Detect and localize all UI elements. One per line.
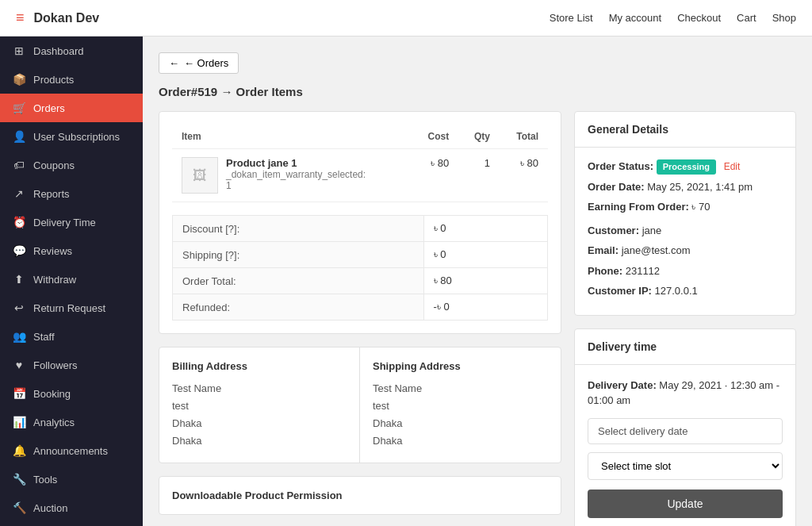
item-total: ৳ 80 bbox=[500, 149, 548, 202]
email-value: jane@test.com bbox=[622, 244, 691, 256]
right-panel: General Details Order Status: Processing… bbox=[574, 111, 796, 526]
booking-icon: 📅 bbox=[13, 387, 25, 400]
product-thumbnail: 🖼 bbox=[182, 157, 218, 194]
sidebar-item-tools[interactable]: 🔧 Tools bbox=[0, 465, 143, 493]
sidebar-item-reports[interactable]: ↗ Reports bbox=[0, 179, 143, 208]
billing-address-box: Billing Address Test Name test Dhaka Dha… bbox=[159, 347, 360, 463]
sidebar-item-support[interactable]: ⊕ Support (1) bbox=[0, 522, 143, 526]
general-details-header: General Details bbox=[575, 112, 795, 148]
sidebar-item-orders[interactable]: 🛒 Orders bbox=[0, 94, 143, 122]
sidebar-item-label: Withdraw bbox=[33, 274, 76, 286]
staff-icon: 👥 bbox=[13, 330, 25, 343]
edit-order-link[interactable]: Edit bbox=[724, 161, 741, 172]
back-to-orders-button[interactable]: ← ← Orders bbox=[159, 52, 239, 74]
customer-ip-row: Customer IP: 127.0.0.1 bbox=[588, 283, 783, 299]
order-status-row: Order Status: Processing Edit bbox=[588, 159, 783, 175]
coupons-icon: 🏷 bbox=[13, 159, 25, 171]
sidebar-item-coupons[interactable]: 🏷 Coupons bbox=[0, 151, 143, 179]
sidebar-item-return-request[interactable]: ↩ Return Request bbox=[0, 294, 143, 322]
left-column: Item Cost Qty Total bbox=[159, 111, 561, 526]
main-content: ← ← Orders Order#519 → Order Items Item … bbox=[143, 36, 812, 526]
top-nav-right: Store List My account Checkout Cart Shop bbox=[550, 12, 796, 24]
sidebar-item-auction[interactable]: 🔨 Auction bbox=[0, 493, 143, 522]
email-label: Email: bbox=[588, 244, 619, 256]
nav-shop[interactable]: Shop bbox=[772, 12, 796, 24]
nav-checkout[interactable]: Checkout bbox=[677, 12, 721, 24]
sidebar-item-staff[interactable]: 👥 Staff bbox=[0, 322, 143, 351]
delivery-date-field[interactable]: Select delivery date bbox=[588, 418, 783, 444]
customer-ip-value: 127.0.0.1 bbox=[655, 285, 698, 297]
order-date-row: Order Date: May 25, 2021, 1:41 pm bbox=[588, 179, 783, 195]
order-total-label: Order Total: bbox=[173, 268, 424, 294]
earning-row: Earning From Order: ৳ 70 bbox=[588, 199, 783, 215]
product-info: Product jane 1 _dokan_item_warranty_sele… bbox=[226, 157, 366, 191]
phone-row: Phone: 231112 bbox=[588, 263, 783, 279]
dashboard-icon: ⊞ bbox=[13, 44, 25, 57]
summary-total-row: Order Total: ৳ 80 bbox=[173, 268, 548, 294]
followers-icon: ♥ bbox=[13, 359, 25, 371]
customer-row: Customer: jane bbox=[588, 223, 783, 239]
time-slot-select[interactable]: Select time slot bbox=[588, 452, 783, 480]
sidebar-item-booking[interactable]: 📅 Booking bbox=[0, 379, 143, 408]
delivery-date-display-row: Delivery Date: May 29, 2021 · 12:30 am -… bbox=[588, 378, 783, 409]
orders-icon: 🛒 bbox=[13, 102, 25, 114]
summary-discount-row: Discount [?]: ৳ 0 bbox=[173, 216, 548, 242]
col-cost: Cost bbox=[412, 125, 459, 149]
sidebar-item-label: Return Request bbox=[33, 302, 105, 314]
billing-address-content: Test Name test Dhaka Dhaka bbox=[172, 380, 347, 450]
sidebar-item-reviews[interactable]: 💬 Reviews bbox=[0, 236, 143, 265]
sidebar-item-label: Tools bbox=[33, 474, 57, 486]
order-items-table: Item Cost Qty Total bbox=[172, 125, 548, 202]
billing-address-title: Billing Address bbox=[172, 360, 347, 372]
order-table-wrapper: Item Cost Qty Total bbox=[159, 112, 561, 333]
analytics-icon: 📊 bbox=[13, 416, 25, 428]
customer-section: Customer: jane Email: jane@test.com Phon… bbox=[588, 223, 783, 299]
reports-icon: ↗ bbox=[13, 187, 25, 200]
nav-cart[interactable]: Cart bbox=[737, 12, 756, 24]
menu-icon[interactable]: ≡ bbox=[16, 10, 25, 26]
sidebar-item-label: Analytics bbox=[33, 417, 75, 428]
col-total: Total bbox=[500, 125, 548, 149]
sidebar-item-delivery-time[interactable]: ⏰ Delivery Time bbox=[0, 208, 143, 236]
sidebar-item-label: User Subscriptions bbox=[33, 131, 120, 143]
sidebar-item-withdraw[interactable]: ⬆ Withdraw bbox=[0, 265, 143, 294]
user-subscriptions-icon: 👤 bbox=[13, 130, 25, 143]
tools-icon: 🔧 bbox=[13, 473, 25, 486]
page-title: Order#519 → Order Items bbox=[159, 85, 796, 98]
downloadable-section: Downloadable Product Permission bbox=[159, 476, 561, 515]
top-nav: ≡ Dokan Dev Store List My account Checko… bbox=[0, 0, 812, 36]
sidebar-item-label: Followers bbox=[33, 359, 78, 371]
delivery-time-body: Delivery Date: May 29, 2021 · 12:30 am -… bbox=[575, 365, 795, 527]
phone-label: Phone: bbox=[588, 265, 622, 277]
refunded-label: Refunded: bbox=[173, 294, 424, 321]
delivery-date-input-wrapper: Select delivery date Select time slot Up… bbox=[588, 418, 783, 518]
update-button[interactable]: Update bbox=[588, 490, 783, 518]
item-cost: ৳ 80 bbox=[412, 149, 459, 202]
order-date-value: May 25, 2021, 1:41 pm bbox=[647, 181, 753, 193]
order-status-label: Order Status: bbox=[588, 160, 653, 172]
sidebar-item-dashboard[interactable]: ⊞ Dashboard bbox=[0, 36, 143, 65]
nav-store-list[interactable]: Store List bbox=[550, 12, 593, 24]
sidebar-item-announcements[interactable]: 🔔 Announcements bbox=[0, 436, 143, 465]
sidebar-item-products[interactable]: 📦 Products bbox=[0, 65, 143, 94]
general-details-card: General Details Order Status: Processing… bbox=[574, 111, 796, 316]
order-date-label: Order Date: bbox=[588, 181, 645, 193]
delivery-date-placeholder: Select delivery date bbox=[598, 425, 688, 437]
sidebar-item-label: Products bbox=[33, 74, 74, 86]
general-details-body: Order Status: Processing Edit Order Date… bbox=[575, 148, 795, 315]
shipping-address-title: Shipping Address bbox=[373, 360, 548, 372]
sidebar-item-followers[interactable]: ♥ Followers bbox=[0, 351, 143, 379]
shipping-address-box: Shipping Address Test Name test Dhaka Dh… bbox=[360, 347, 561, 463]
product-meta: _dokan_item_warranty_selected: bbox=[226, 169, 366, 180]
sidebar-item-user-subscriptions[interactable]: 👤 User Subscriptions bbox=[0, 122, 143, 151]
shipping-value: ৳ 0 bbox=[423, 242, 547, 268]
order-items-card: Item Cost Qty Total bbox=[159, 111, 561, 334]
refunded-value: -৳ 0 bbox=[423, 294, 547, 321]
delivery-time-header: Delivery time bbox=[575, 329, 795, 365]
sidebar-item-label: Announcements bbox=[33, 445, 108, 457]
product-name: Product jane 1 bbox=[226, 157, 366, 169]
nav-my-account[interactable]: My account bbox=[609, 12, 661, 24]
sidebar-item-analytics[interactable]: 📊 Analytics bbox=[0, 408, 143, 436]
shipping-address-content: Test Name test Dhaka Dhaka bbox=[373, 380, 548, 450]
col-item: Item bbox=[172, 125, 412, 149]
